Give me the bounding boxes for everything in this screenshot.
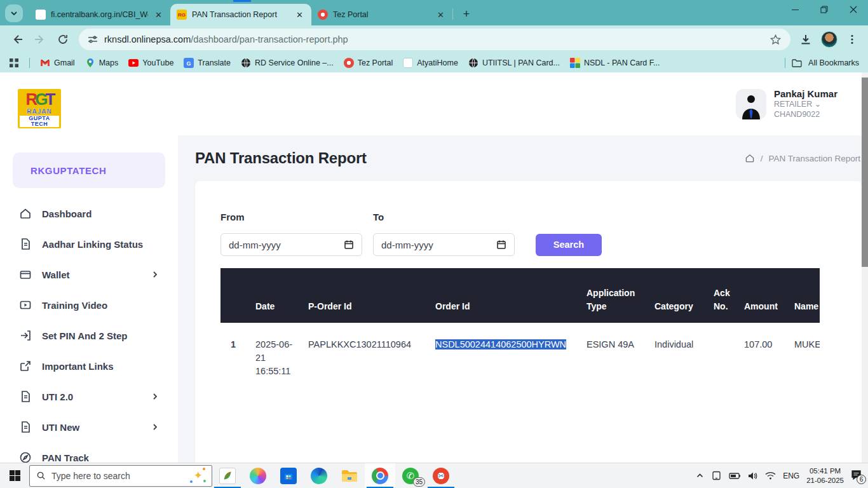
taskbar-app-store[interactable] bbox=[273, 463, 304, 488]
taskbar-app-explorer[interactable] bbox=[334, 463, 365, 488]
tray-chevron-icon[interactable] bbox=[696, 471, 704, 480]
tab-centralbank[interactable]: fi.centralbank.org.in/CBI_WebA ✕ bbox=[29, 4, 170, 25]
address-bar[interactable]: rknsdl.onlinepsa.com/dashboard/pan-trans… bbox=[79, 29, 790, 50]
tab-title: PAN Transaction Report bbox=[192, 10, 289, 19]
start-button[interactable] bbox=[0, 463, 29, 488]
language-indicator[interactable]: ENG bbox=[783, 471, 799, 480]
forward-button[interactable] bbox=[29, 29, 51, 50]
to-date-input[interactable]: dd-mm-yyyy bbox=[373, 233, 515, 256]
brand-label: RKGUPTATECH bbox=[31, 165, 106, 176]
reload-button[interactable] bbox=[52, 29, 74, 50]
sidebar-item-dashboard[interactable]: Dashboard bbox=[0, 198, 178, 229]
user-menu[interactable]: Pankaj Kumar RETAILER ⌄ CHAND9022 bbox=[736, 88, 837, 120]
all-bookmarks[interactable]: All Bookmarks bbox=[785, 58, 859, 68]
battery-icon[interactable] bbox=[729, 472, 741, 480]
translate-icon: G bbox=[184, 58, 194, 68]
sidebar-item-label: Aadhar Linking Status bbox=[42, 239, 143, 250]
sidebar-item-wallet[interactable]: Wallet bbox=[0, 259, 178, 290]
globe-icon bbox=[468, 58, 478, 68]
clock[interactable]: 05:41 PM 21-06-2025 bbox=[806, 466, 844, 485]
feather-app-icon bbox=[219, 468, 236, 484]
bookmark-gmail[interactable]: Gmail bbox=[40, 58, 75, 68]
user-role[interactable]: RETAILER ⌄ bbox=[774, 100, 837, 110]
taskbar-app-edge[interactable] bbox=[304, 463, 334, 488]
rg-favicon: RG bbox=[177, 10, 187, 20]
window-minimize-button[interactable] bbox=[780, 0, 810, 19]
calendar-icon[interactable] bbox=[496, 240, 506, 250]
reload-icon bbox=[57, 34, 69, 45]
col-category: Category bbox=[648, 268, 707, 323]
from-date-input[interactable]: dd-mm-yyyy bbox=[220, 233, 362, 256]
bookmark-atyatihome[interactable]: AtyatiHome bbox=[403, 58, 458, 68]
system-tray: ENG 05:41 PM 21-06-2025 6 bbox=[696, 466, 868, 485]
taskbar-search-box[interactable]: Type here to search ✦ bbox=[29, 465, 212, 487]
main-area: Pankaj Kumar RETAILER ⌄ CHAND9022 PAN Tr… bbox=[178, 72, 862, 463]
sidebar-item-aadhar-linking-status[interactable]: Aadhar Linking Status bbox=[0, 229, 178, 259]
sidebar-item-uti-new[interactable]: UTI New bbox=[0, 412, 178, 442]
window-close-button[interactable] bbox=[839, 0, 868, 19]
notification-center-button[interactable]: 6 bbox=[851, 470, 862, 482]
sidebar-item-uti-20[interactable]: UTI 2.0 bbox=[0, 381, 178, 412]
user-role-label: RETAILER bbox=[774, 100, 812, 109]
cell-p-order-id: PAPLKKXC13021110964 bbox=[302, 323, 429, 384]
bookmark-nsdl[interactable]: NSDL - PAN Card F... bbox=[570, 58, 660, 68]
nsdl-grid-icon bbox=[570, 58, 580, 68]
tab-close-icon[interactable]: ✕ bbox=[435, 10, 446, 20]
home-icon[interactable] bbox=[745, 153, 755, 163]
tab-close-icon[interactable]: ✕ bbox=[153, 10, 164, 20]
tab-pan-transaction-report[interactable]: RG PAN Transaction Report ✕ bbox=[170, 4, 311, 25]
new-tab-button[interactable]: + bbox=[458, 6, 475, 22]
speaker-icon[interactable] bbox=[748, 471, 758, 480]
browser-menu-icon[interactable] bbox=[846, 34, 858, 45]
page-scrollbar[interactable] bbox=[862, 72, 868, 463]
taskbar-app-sqlitebrowser[interactable] bbox=[212, 463, 243, 488]
col-application-type: Application Type bbox=[580, 268, 648, 323]
whatsapp-badge: 35 bbox=[413, 477, 425, 487]
calendar-icon[interactable] bbox=[344, 240, 354, 250]
scrollbar-thumb[interactable] bbox=[862, 78, 868, 267]
bookmark-utiitsl[interactable]: UTIITSL | PAN Card... bbox=[468, 58, 560, 68]
close-icon bbox=[850, 6, 857, 13]
bookmark-label: Maps bbox=[99, 58, 119, 67]
window-restore-button[interactable] bbox=[810, 0, 839, 19]
tab-tez-portal[interactable]: Tez Portal ✕ bbox=[311, 4, 452, 25]
url-text[interactable]: rknsdl.onlinepsa.com/dashboard/pan-trans… bbox=[104, 34, 763, 44]
brand-pill[interactable]: RKGUPTATECH bbox=[13, 152, 165, 188]
tab-close-icon[interactable]: ✕ bbox=[294, 10, 305, 20]
device-icon[interactable] bbox=[711, 471, 722, 480]
bookmarks-separator bbox=[785, 58, 785, 68]
cell-application-type: ESIGN 49A bbox=[580, 323, 648, 384]
tab-title: fi.centralbank.org.in/CBI_WebA bbox=[51, 10, 148, 19]
sidebar-item-important-links[interactable]: Important Links bbox=[0, 351, 178, 381]
to-label: To bbox=[373, 212, 526, 222]
download-icon[interactable] bbox=[799, 33, 812, 46]
wifi-icon[interactable] bbox=[765, 471, 776, 480]
bookmark-star-icon[interactable] bbox=[770, 34, 782, 46]
browser-profile-avatar[interactable] bbox=[821, 31, 837, 48]
search-button[interactable]: Search bbox=[536, 234, 602, 256]
taskbar-app-chrome[interactable] bbox=[365, 463, 395, 488]
site-info-icon[interactable] bbox=[88, 34, 98, 44]
bookmark-tez-portal[interactable]: Tez Portal bbox=[344, 58, 393, 68]
tab-search-button[interactable] bbox=[5, 4, 23, 22]
svg-text:G: G bbox=[187, 60, 191, 67]
notification-badge: 6 bbox=[857, 475, 866, 484]
taskbar-app-snipping[interactable]: ✂ bbox=[426, 463, 456, 488]
tab-divider bbox=[452, 8, 453, 20]
sidebar-item-set-pin-2step[interactable]: Set PIN And 2 Step bbox=[0, 320, 178, 351]
page-title: PAN Transaction Report bbox=[195, 149, 367, 167]
bookmark-label: NSDL - PAN Card F... bbox=[584, 58, 660, 67]
bookmark-label: YouTube bbox=[142, 58, 173, 67]
bookmark-maps[interactable]: Maps bbox=[85, 58, 119, 68]
back-button[interactable] bbox=[6, 29, 28, 50]
sidebar-item-training-video[interactable]: Training Video bbox=[0, 290, 178, 320]
taskbar-app-whatsapp[interactable]: ✆ 35 bbox=[395, 463, 426, 488]
sidebar: RGT RAJAN GUPTA TECH RKGUPTATECH Dashboa… bbox=[0, 72, 178, 463]
table-row[interactable]: 1 2025-06-21 16:55:11 PAPLKKXC1302111096… bbox=[220, 323, 820, 384]
sidebar-item-pan-track[interactable]: PAN Track bbox=[0, 442, 178, 463]
bookmark-rd-service[interactable]: RD Service Online –... bbox=[241, 58, 334, 68]
bookmark-youtube[interactable]: YouTube bbox=[128, 58, 173, 67]
taskbar-app-copilot[interactable] bbox=[243, 463, 273, 488]
bookmark-translate[interactable]: G Translate bbox=[184, 58, 231, 68]
apps-grid-icon[interactable] bbox=[9, 58, 19, 68]
